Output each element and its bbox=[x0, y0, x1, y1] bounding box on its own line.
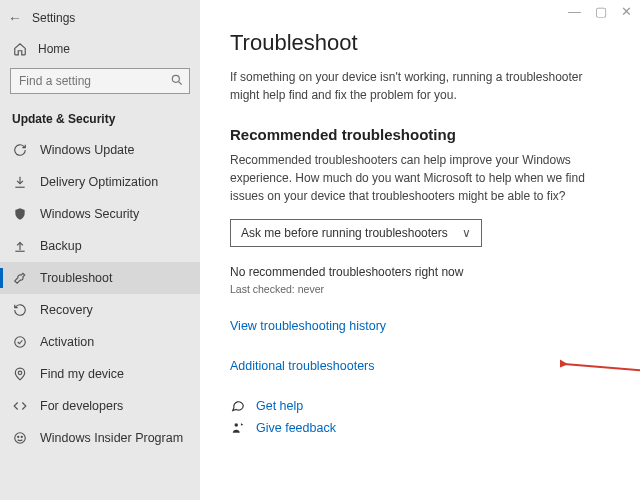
section-heading: Recommended troubleshooting bbox=[230, 126, 610, 143]
sidebar-item-label: Troubleshoot bbox=[40, 271, 113, 285]
insider-icon bbox=[12, 431, 28, 445]
search-icon bbox=[170, 73, 184, 90]
additional-troubleshooters-link[interactable]: Additional troubleshooters bbox=[230, 359, 375, 373]
window-controls: — ▢ ✕ bbox=[568, 4, 632, 19]
sidebar-item-label: Find my device bbox=[40, 367, 124, 381]
sidebar-item-find-my-device[interactable]: Find my device bbox=[0, 358, 200, 390]
search-input[interactable] bbox=[10, 68, 190, 94]
chat-icon bbox=[230, 399, 246, 413]
sidebar-item-label: Activation bbox=[40, 335, 94, 349]
wrench-icon bbox=[12, 271, 28, 285]
sidebar-item-backup[interactable]: Backup bbox=[0, 230, 200, 262]
sidebar-item-recovery[interactable]: Recovery bbox=[0, 294, 200, 326]
svg-point-7 bbox=[235, 423, 239, 427]
main-content: — ▢ ✕ Troubleshoot If something on your … bbox=[200, 0, 640, 500]
location-icon bbox=[12, 367, 28, 381]
svg-point-0 bbox=[172, 75, 179, 82]
sync-icon bbox=[12, 143, 28, 157]
sidebar-item-windows-security[interactable]: Windows Security bbox=[0, 198, 200, 230]
svg-point-1 bbox=[15, 337, 26, 348]
sidebar-item-label: Backup bbox=[40, 239, 82, 253]
sidebar-item-insider[interactable]: Windows Insider Program bbox=[0, 422, 200, 454]
sidebar-item-label: Windows Security bbox=[40, 207, 139, 221]
backup-icon bbox=[12, 239, 28, 253]
section-text: Recommended troubleshooters can help imp… bbox=[230, 151, 590, 205]
recovery-icon bbox=[12, 303, 28, 317]
sidebar-item-label: Recovery bbox=[40, 303, 93, 317]
sidebar-item-delivery-optimization[interactable]: Delivery Optimization bbox=[0, 166, 200, 198]
shield-icon bbox=[12, 207, 28, 221]
sidebar-item-label: Windows Update bbox=[40, 143, 135, 157]
feedback-icon bbox=[230, 421, 246, 435]
delivery-icon bbox=[12, 175, 28, 189]
svg-point-5 bbox=[21, 436, 22, 437]
svg-line-6 bbox=[564, 364, 640, 374]
history-link[interactable]: View troubleshooting history bbox=[230, 319, 386, 333]
back-icon[interactable]: ← bbox=[8, 10, 22, 26]
page-intro: If something on your device isn't workin… bbox=[230, 68, 590, 104]
troubleshoot-mode-select[interactable]: Ask me before running troubleshooters ∨ bbox=[230, 219, 482, 247]
sidebar-item-label: For developers bbox=[40, 399, 123, 413]
titlebar: ← Settings bbox=[0, 6, 200, 34]
check-icon bbox=[12, 335, 28, 349]
sidebar: ← Settings Home Update & Security Window… bbox=[0, 0, 200, 500]
search-field[interactable] bbox=[10, 68, 190, 94]
svg-point-4 bbox=[18, 436, 19, 437]
status-text: No recommended troubleshooters right now bbox=[230, 265, 610, 279]
last-checked: Last checked: never bbox=[230, 283, 610, 295]
get-help-label: Get help bbox=[256, 399, 303, 413]
home-button[interactable]: Home bbox=[0, 34, 200, 64]
minimize-icon[interactable]: — bbox=[568, 4, 581, 19]
sidebar-item-activation[interactable]: Activation bbox=[0, 326, 200, 358]
get-help-link[interactable]: Get help bbox=[230, 399, 610, 413]
sidebar-item-label: Windows Insider Program bbox=[40, 431, 183, 445]
page-title: Troubleshoot bbox=[230, 30, 610, 56]
svg-point-2 bbox=[18, 371, 22, 375]
sidebar-item-for-developers[interactable]: For developers bbox=[0, 390, 200, 422]
sidebar-item-label: Delivery Optimization bbox=[40, 175, 158, 189]
category-header: Update & Security bbox=[0, 106, 200, 134]
maximize-icon[interactable]: ▢ bbox=[595, 4, 607, 19]
dropdown-value: Ask me before running troubleshooters bbox=[241, 226, 448, 240]
home-icon bbox=[12, 42, 28, 56]
chevron-down-icon: ∨ bbox=[462, 226, 471, 240]
annotation-arrow bbox=[560, 358, 640, 380]
home-label: Home bbox=[38, 42, 70, 56]
app-title: Settings bbox=[32, 11, 75, 25]
svg-point-3 bbox=[15, 433, 26, 444]
give-feedback-label: Give feedback bbox=[256, 421, 336, 435]
sidebar-item-windows-update[interactable]: Windows Update bbox=[0, 134, 200, 166]
sidebar-item-troubleshoot[interactable]: Troubleshoot bbox=[0, 262, 200, 294]
give-feedback-link[interactable]: Give feedback bbox=[230, 421, 610, 435]
close-icon[interactable]: ✕ bbox=[621, 4, 632, 19]
developer-icon bbox=[12, 399, 28, 413]
